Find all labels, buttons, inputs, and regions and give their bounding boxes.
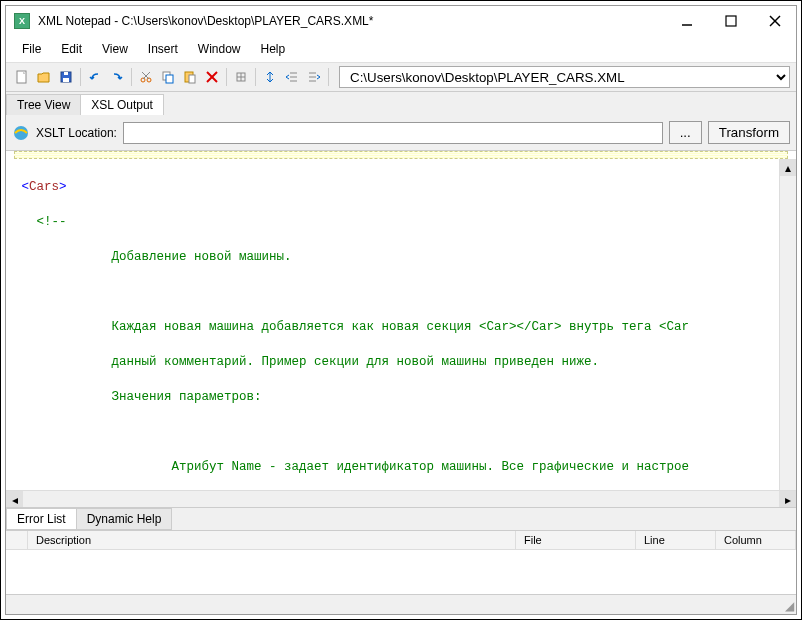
outdent-button[interactable] [282, 67, 302, 87]
close-button[interactable] [762, 8, 788, 34]
highlight-band [14, 151, 788, 159]
window-title: XML Notepad - C:\Users\konov\Desktop\PLA… [38, 14, 674, 28]
cut-button[interactable] [136, 67, 156, 87]
svg-rect-15 [189, 75, 195, 83]
menu-window[interactable]: Window [190, 40, 249, 58]
save-button[interactable] [56, 67, 76, 87]
statusbar: ◢ [6, 594, 796, 614]
tab-error-list[interactable]: Error List [6, 508, 77, 530]
copy-button[interactable] [158, 67, 178, 87]
horizontal-scrollbar[interactable]: ◂ ▸ [6, 490, 796, 507]
paste-button[interactable] [180, 67, 200, 87]
toolbar: C:\Users\konov\Desktop\PLAYER_CARS.XML [6, 63, 796, 92]
code-view[interactable]: <Cars> <!-- Добавление новой машины. Каж… [6, 159, 779, 490]
menu-insert[interactable]: Insert [140, 40, 186, 58]
vertical-scrollbar[interactable]: ▴ [779, 159, 796, 490]
grid-col-column[interactable]: Column [716, 531, 796, 549]
app-icon: X [14, 13, 30, 29]
svg-rect-13 [166, 75, 173, 83]
bottom-tabs: Error List Dynamic Help [6, 507, 796, 530]
resize-grip[interactable]: ◢ [780, 595, 796, 614]
menubar: File Edit View Insert Window Help [6, 36, 796, 63]
path-combobox[interactable]: C:\Users\konov\Desktop\PLAYER_CARS.XML [339, 66, 790, 88]
tab-xsl-output[interactable]: XSL Output [80, 94, 164, 115]
ie-icon [12, 124, 30, 142]
svg-rect-6 [63, 78, 69, 82]
open-button[interactable] [34, 67, 54, 87]
view-tabs: Tree View XSL Output [6, 92, 796, 115]
xslt-location-input[interactable] [123, 122, 663, 144]
transform-button[interactable]: Transform [708, 121, 790, 144]
svg-rect-7 [64, 72, 68, 75]
grid-col-line[interactable]: Line [636, 531, 716, 549]
xslt-label: XSLT Location: [36, 126, 117, 140]
undo-button[interactable] [85, 67, 105, 87]
tab-tree-view[interactable]: Tree View [6, 94, 81, 115]
browse-button[interactable]: ... [669, 121, 702, 144]
svg-rect-1 [726, 16, 736, 26]
tab-dynamic-help[interactable]: Dynamic Help [76, 508, 173, 530]
tool-button-2[interactable] [260, 67, 280, 87]
xslt-bar: XSLT Location: ... Transform [6, 115, 796, 151]
delete-button[interactable] [202, 67, 222, 87]
minimize-button[interactable] [674, 8, 700, 34]
menu-help[interactable]: Help [253, 40, 294, 58]
grid-col-icon[interactable] [6, 531, 28, 549]
grid-col-file[interactable]: File [516, 531, 636, 549]
titlebar: X XML Notepad - C:\Users\konov\Desktop\P… [6, 6, 796, 36]
new-button[interactable] [12, 67, 32, 87]
indent-button[interactable] [304, 67, 324, 87]
menu-file[interactable]: File [14, 40, 49, 58]
grid-col-description[interactable]: Description [28, 531, 516, 549]
maximize-button[interactable] [718, 8, 744, 34]
grid-body [6, 550, 796, 594]
tool-button-1[interactable] [231, 67, 251, 87]
error-grid: Description File Line Column [6, 530, 796, 594]
redo-button[interactable] [107, 67, 127, 87]
menu-view[interactable]: View [94, 40, 136, 58]
menu-edit[interactable]: Edit [53, 40, 90, 58]
